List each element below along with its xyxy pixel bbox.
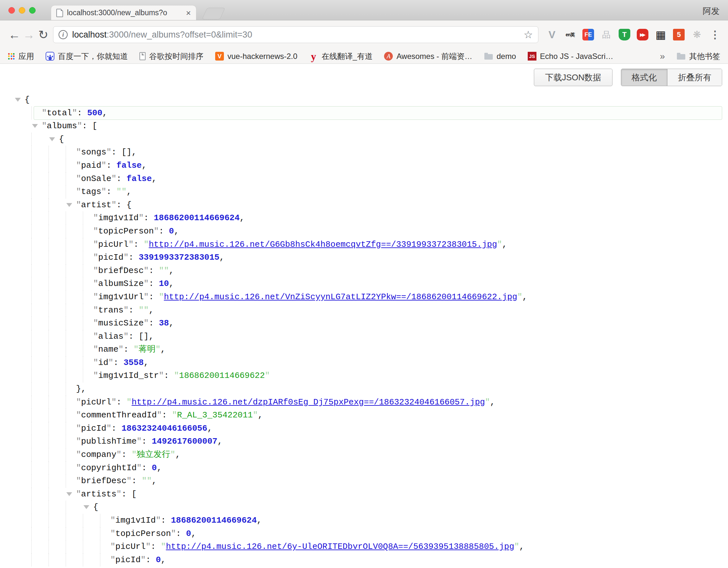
bookmark-item[interactable]: y 在线翻译_有道 [309, 51, 372, 61]
indent-guide [83, 264, 83, 277]
json-token: img1v1Id [98, 213, 139, 223]
json-token: " [93, 252, 98, 262]
json-token: picUrl [81, 397, 112, 407]
browser-tab[interactable]: localhost:3000/new_albums?o × [51, 6, 196, 20]
json-token: " [170, 450, 175, 460]
json-line: "topicPerson": 0, [0, 527, 728, 540]
json-token: id [98, 358, 108, 368]
extension-icon[interactable]: ⋮ [709, 29, 721, 40]
json-token: , [152, 174, 157, 184]
json-token: " [76, 476, 81, 486]
json-link[interactable]: http://p4.music.126.net/G6Gb8hsCk4h8oemc… [149, 239, 497, 249]
indent-guide [49, 251, 49, 264]
other-bookmarks[interactable]: 其他书签 [677, 51, 720, 61]
json-line: "picId": 0, [0, 553, 728, 567]
extension-icon[interactable]: en英 [564, 29, 576, 40]
json-link[interactable]: http://p4.music.126.net/6y-UleORITEDbvrO… [166, 542, 514, 551]
json-token: 独立发行 [137, 450, 170, 460]
json-token: , [217, 437, 223, 446]
json-token: picId [81, 424, 106, 433]
page-actions: 下载JSON数据 格式化 折叠所有 [534, 69, 722, 86]
json-token: , [175, 450, 181, 460]
extension-icon[interactable]: ▶▶ [637, 29, 648, 40]
collapse-arrow-icon[interactable] [49, 137, 55, 141]
json-token: 18686200114669624 [154, 213, 239, 223]
tab-close-icon[interactable]: × [186, 9, 191, 17]
bookmark-item[interactable]: 百度一下，你就知道 [46, 51, 128, 61]
json-token: " [108, 358, 114, 368]
download-json-button[interactable]: 下载JSON数据 [534, 69, 612, 86]
json-token: : [ [121, 489, 137, 499]
indent-guide [83, 330, 83, 343]
bookmark-item[interactable]: 应用 [8, 51, 34, 61]
indent-guide [49, 330, 49, 343]
json-link[interactable]: http://p4.music.126.net/VnZiScyynLG7atLI… [164, 292, 517, 302]
back-button[interactable]: ← [7, 29, 22, 41]
indent-guide [83, 277, 83, 291]
site-info-icon[interactable]: i [59, 30, 68, 39]
json-token: , [191, 529, 196, 539]
extension-icon[interactable]: 品 [601, 29, 612, 40]
json-line: "img1v1Id": 18686200114669624, [0, 211, 728, 225]
json-token: : [159, 226, 169, 236]
page-favicon-icon [56, 9, 63, 17]
minimize-window-button[interactable] [19, 7, 25, 14]
json-link[interactable]: http://p4.music.126.net/dzpIARf0sEg_Dj75… [132, 397, 485, 407]
forward-button[interactable]: → [22, 29, 36, 41]
json-token: 38 [159, 318, 169, 328]
close-window-button[interactable] [8, 7, 15, 14]
extension-icon[interactable]: ▦ [655, 29, 667, 40]
json-token: " [171, 529, 176, 539]
extension-icon[interactable]: 5 [673, 29, 685, 40]
address-bar[interactable]: i localhost:3000/new_albums?offset=0&lim… [53, 26, 538, 43]
collapse-arrow-icon[interactable] [83, 505, 89, 509]
json-line: "picUrl": "http://p4.music.126.net/6y-Ul… [0, 540, 728, 553]
json-token: " [172, 410, 177, 420]
url-text[interactable]: localhost:3000/new_albums?offset=0&limit… [72, 30, 520, 40]
bookmark-item[interactable]: 谷歌按时间排序 [139, 51, 204, 61]
bookmarks-overflow-chevron[interactable]: » [660, 51, 665, 61]
indent-guide [83, 251, 83, 264]
json-token: " [110, 516, 116, 525]
json-token: 18686200114669624 [171, 516, 257, 525]
extension-icon[interactable]: ❋ [691, 29, 703, 40]
json-token: "" [116, 187, 127, 196]
json-tree: {"total": 500,"albums": [{"songs": [],"p… [0, 93, 728, 566]
extension-icon[interactable]: V [546, 29, 558, 40]
collapse-arrow-icon[interactable] [66, 492, 72, 496]
profile-name[interactable]: 阿发 [703, 6, 720, 17]
new-tab-button[interactable] [202, 8, 225, 19]
collapse-arrow-icon[interactable] [15, 98, 21, 102]
extension-icon[interactable]: T [619, 29, 630, 40]
indent-guide [66, 146, 66, 159]
indent-guide [100, 553, 100, 567]
json-token: " [124, 332, 129, 341]
indent-guide [66, 462, 66, 475]
json-token: 3558 [124, 358, 144, 368]
json-token: " [106, 424, 112, 433]
json-token: " [76, 147, 81, 157]
indent-guide [49, 409, 49, 422]
reload-button[interactable]: ↻ [36, 29, 50, 41]
bookmark-item[interactable]: A Awesomes - 前端资… [384, 51, 472, 61]
json-token: "" [159, 266, 169, 275]
extension-icon[interactable]: FE [582, 29, 594, 40]
json-token: , [240, 213, 245, 223]
bookmark-item[interactable]: demo [484, 52, 516, 61]
json-token: albumSize [98, 279, 144, 289]
collapse-arrow-icon[interactable] [66, 203, 72, 207]
browser-toolbar: ← → ↻ i localhost:3000/new_albums?offset… [0, 20, 728, 49]
collapse-arrow-icon[interactable] [32, 124, 38, 128]
indent-guide [49, 356, 49, 370]
zoom-window-button[interactable] [29, 7, 36, 14]
collapse-all-button[interactable]: 折叠所有 [667, 69, 722, 86]
json-token: " [76, 424, 81, 433]
bookmark-item[interactable]: V vue-hackernews-2.0 [215, 52, 297, 61]
json-token: 18686200114669622 [179, 371, 265, 381]
json-token: : [164, 371, 174, 381]
json-token: : [116, 174, 127, 184]
bookmark-item[interactable]: JS Echo JS - JavaScri… [528, 52, 613, 61]
indent-guide [49, 146, 49, 159]
bookmark-star-icon[interactable]: ☆ [524, 29, 533, 40]
format-button[interactable]: 格式化 [621, 69, 667, 86]
